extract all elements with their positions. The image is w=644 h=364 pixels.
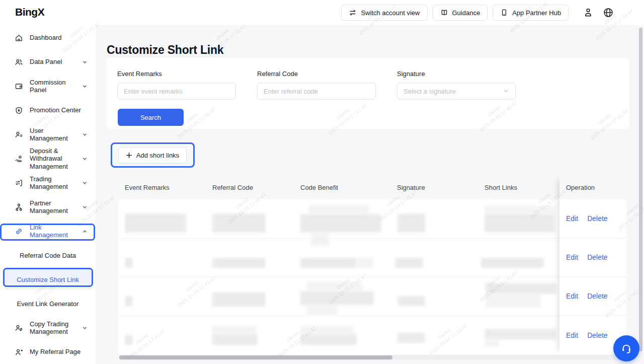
redacted-blob (125, 296, 133, 306)
page-title: Customize Short Link (107, 43, 223, 57)
guidance-button[interactable]: Guidance (433, 5, 488, 21)
sidebar-item-dashboard[interactable]: Dashboard (0, 26, 96, 50)
redacted-blob (300, 291, 374, 305)
chevron-down-icon (82, 156, 88, 162)
sidebar: Dashboard Data Panel Commission Panel Pr… (0, 25, 96, 364)
sidebar-item-commission-panel[interactable]: Commission Panel (0, 74, 96, 98)
redacted-blob (357, 258, 373, 268)
chevron-up-icon (82, 229, 88, 234)
shield-icon (14, 106, 23, 115)
redacted-blob (306, 282, 363, 291)
referral-code-field-group: Referral Code (257, 70, 376, 100)
redacted-blob (485, 339, 500, 347)
event-remarks-label: Event Remarks (117, 70, 236, 78)
table-row-operations: Edit Delete (559, 199, 626, 238)
chevron-down-icon (82, 204, 88, 210)
sidebar-item-link-management[interactable]: Link Management (0, 219, 96, 243)
event-remarks-field-group: Event Remarks (117, 70, 236, 100)
table-redacted-layer (118, 175, 626, 354)
signature-label: Signature (397, 70, 516, 78)
sidebar-item-data-panel[interactable]: Data Panel (0, 50, 96, 74)
operation-column: Operation Edit Delete Edit Delete Edit D… (559, 175, 626, 354)
chevron-down-icon (82, 132, 88, 137)
redacted-blob (397, 333, 425, 343)
sidebar-item-promotion-center[interactable]: Promotion Center (0, 98, 96, 122)
sidebar-subitem-event-link-generator[interactable]: Event Link Generator (0, 292, 96, 316)
app-partner-hub-button[interactable]: App Partner Hub (493, 5, 569, 21)
redacted-blob (397, 213, 425, 233)
sidebar-item-my-referral-page[interactable]: My Referral Page (0, 340, 96, 364)
referral-code-label: Referral Code (257, 70, 376, 78)
users-icon (14, 57, 23, 66)
account-icon[interactable] (581, 5, 596, 21)
add-short-links-button[interactable]: Add short links (118, 147, 187, 164)
chevron-down-icon (82, 180, 88, 186)
user-swap-icon (14, 323, 23, 332)
redacted-blob (481, 258, 544, 268)
table-header-operation: Operation (559, 175, 626, 199)
filter-card: Event Remarks Referral Code Signature Se… (107, 58, 629, 129)
redacted-blob (310, 233, 330, 246)
sidebar-item-partner-management[interactable]: Partner Management (0, 195, 96, 219)
referral-code-input[interactable] (257, 83, 376, 100)
redacted-blob (212, 258, 266, 268)
sidebar-item-copy-trading-management[interactable]: Copy Trading Management (0, 316, 96, 340)
plus-icon (126, 152, 132, 159)
chevron-down-icon (82, 325, 88, 331)
org-chart-icon (14, 202, 23, 211)
sidebar-item-trading-management[interactable]: Trading Management (0, 171, 96, 195)
edit-link[interactable]: Edit (566, 214, 578, 223)
redacted-blob (300, 214, 381, 233)
redacted-blob (125, 258, 133, 268)
table-row-operations: Edit Delete (559, 238, 626, 277)
language-globe-icon[interactable] (601, 5, 616, 21)
search-button[interactable]: Search (118, 109, 184, 126)
vertical-scrollbar-thumb[interactable] (639, 28, 642, 351)
main-content: Customize Short Link Event Remarks Refer… (96, 25, 644, 364)
redacted-blob (486, 283, 556, 294)
chevron-down-icon (82, 84, 88, 89)
edit-link[interactable]: Edit (566, 292, 578, 300)
redacted-blob (485, 329, 556, 339)
switch-arrows-icon (349, 9, 357, 17)
sidebar-subitem-customize-short-link[interactable]: Customize Short Link (4, 270, 92, 289)
sidebar-item-deposit-withdrawal-management[interactable]: Deposit & Withdrawal Management (0, 147, 96, 171)
signature-field-group: Signature Select a signature (397, 70, 516, 100)
redacted-blob (485, 214, 555, 233)
redacted-blob (395, 258, 423, 268)
edit-link[interactable]: Edit (566, 253, 578, 261)
horizontal-scrollbar-track[interactable] (118, 355, 626, 360)
signature-select[interactable]: Select a signature (397, 83, 516, 100)
redacted-blob (212, 213, 266, 233)
delete-link[interactable]: Delete (587, 292, 607, 300)
chevron-down-icon (503, 88, 509, 94)
horizontal-scrollbar-thumb[interactable] (119, 355, 392, 359)
wallet-icon (14, 82, 23, 91)
chevron-down-icon (82, 59, 88, 65)
redacted-blob (212, 326, 257, 334)
home-icon (14, 33, 23, 42)
user-plus-icon (14, 347, 23, 356)
hand-coin-icon (14, 154, 23, 163)
chain-link-icon (14, 227, 23, 236)
customer-support-button[interactable] (613, 335, 639, 361)
redacted-blob (300, 326, 354, 334)
event-remarks-input[interactable] (117, 83, 236, 100)
sidebar-item-user-management[interactable]: User Management (0, 122, 96, 147)
redacted-blob (485, 206, 555, 214)
bingx-logo: BingX (15, 6, 44, 18)
redacted-blob (125, 335, 133, 345)
redacted-blob (125, 213, 186, 233)
top-bar: BingX Switch account view Guidance App P… (0, 0, 644, 25)
delete-link[interactable]: Delete (587, 331, 607, 339)
sidebar-subitem-referral-code-data[interactable]: Referral Code Data (0, 243, 96, 267)
delete-link[interactable]: Delete (587, 214, 607, 223)
redacted-blob (212, 334, 258, 345)
redacted-blob (397, 296, 425, 306)
edit-link[interactable]: Edit (566, 331, 578, 339)
redacted-blob (300, 334, 357, 345)
headset-icon (620, 342, 632, 354)
mobile-phone-icon (500, 9, 508, 17)
switch-account-view-button[interactable]: Switch account view (341, 5, 427, 21)
delete-link[interactable]: Delete (587, 253, 607, 261)
